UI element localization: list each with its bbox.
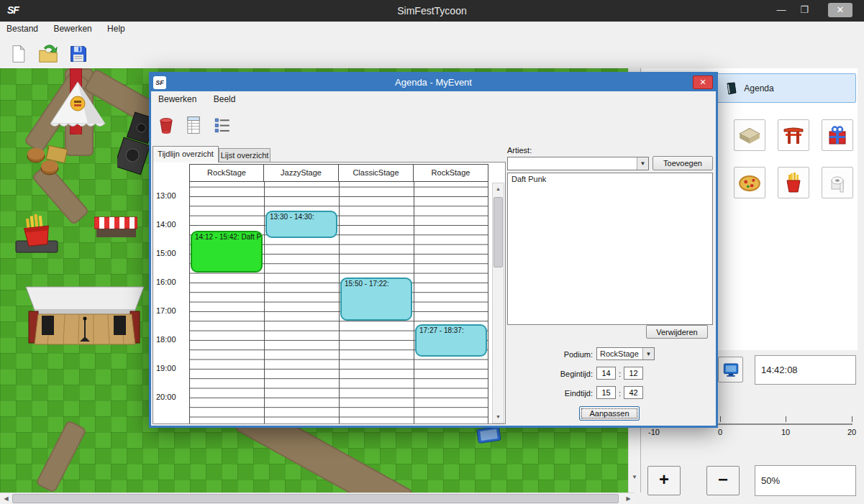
save-button[interactable] (66, 39, 91, 66)
minimize-button[interactable]: — (772, 3, 791, 17)
timeline-event[interactable]: 14:12 - 15:42: Daft Punk (191, 231, 263, 272)
list-item[interactable]: Daft Punk (508, 173, 712, 185)
timeline-scrollbar[interactable]: ▲ ▼ (492, 183, 504, 423)
timeline-view-button[interactable] (182, 111, 205, 137)
tab-lijst-overzicht[interactable]: Lijst overzicht (219, 148, 270, 162)
grid-line (189, 182, 190, 423)
tent[interactable] (47, 79, 108, 137)
end-time-label: Eindtijd: (525, 389, 593, 398)
item-pizza-button[interactable] (734, 167, 765, 198)
hour-label: 14:00 (156, 220, 176, 229)
add-artist-button[interactable]: Toevoegen (652, 156, 713, 170)
torii-gate-icon (782, 124, 805, 147)
clock-display: 14:42:08 (755, 355, 856, 385)
slider-tick (786, 416, 786, 422)
end-hour-input[interactable] (596, 386, 616, 399)
dialog-menubar: Bewerken Beeld (151, 91, 716, 108)
hour-label: 18:00 (156, 335, 176, 344)
list-view-icon (213, 114, 232, 136)
dialog-menu-bewerken[interactable]: Bewerken (151, 91, 204, 104)
scroll-right-button[interactable]: ▶ (622, 493, 635, 504)
end-minute-input[interactable] (624, 386, 643, 399)
grid-line (339, 182, 340, 423)
timeline-view-icon (184, 114, 203, 136)
dialog-titlebar[interactable]: SF Agenda - MyEvent ✕ (151, 74, 716, 91)
grid-line (414, 182, 414, 423)
column-header: JazzyStage (264, 164, 339, 182)
timeline-event[interactable]: 13:30 - 14:30: (265, 211, 337, 238)
slider-label: 10 (781, 428, 790, 436)
begin-time-label: Begintijd: (525, 370, 593, 378)
timeline-grid[interactable]: 13:30 - 14:30:14:12 - 15:42: Daft Punk15… (189, 182, 488, 423)
begin-hour-input[interactable] (596, 367, 616, 380)
list-view-button[interactable] (211, 111, 234, 137)
main-toolbar (0, 37, 640, 68)
time-colon: : (619, 389, 621, 398)
timeline-scroll-up-button[interactable]: ▲ (493, 183, 504, 195)
dialog-title: Agenda - MyEvent (151, 77, 716, 88)
window-title: SimFestTycoon (0, 5, 864, 17)
item-fries-button[interactable] (778, 167, 809, 198)
scroll-down-button[interactable]: ▼ (629, 471, 640, 483)
time-colon: : (619, 370, 621, 378)
menu-item-help[interactable]: Help (101, 22, 132, 34)
timeline-scroll-down-button[interactable]: ▼ (493, 411, 504, 423)
item-floor-tile-button[interactable] (734, 119, 765, 151)
dialog-menu-beeld[interactable]: Beeld (206, 91, 243, 104)
timeline-event[interactable]: 15:50 - 17:22: (340, 278, 412, 320)
close-button[interactable]: ✕ (828, 3, 852, 17)
grid-line (488, 182, 488, 423)
agenda-button-label: Agenda (744, 83, 773, 93)
scrollbar-corner (635, 492, 640, 504)
save-icon (68, 43, 88, 65)
delete-event-button[interactable] (155, 111, 178, 137)
striped-stand[interactable] (94, 216, 137, 242)
slider-label: 20 (847, 428, 856, 436)
artist-combobox[interactable]: ▼ (507, 157, 649, 170)
grid-line (264, 182, 265, 423)
item-torii-gate-button[interactable] (778, 119, 809, 151)
map-hscrollbar[interactable]: ◀ ▶ (0, 492, 635, 504)
scroll-left-button[interactable]: ◀ (0, 493, 12, 504)
tab-tijdlijn-overzicht[interactable]: Tijdlijn overzicht (153, 146, 219, 162)
new-file-button[interactable] (6, 39, 30, 66)
item-toilet-roll-button[interactable] (822, 167, 853, 198)
apply-button[interactable]: Aanpassen (579, 406, 640, 421)
pizza-icon (737, 170, 762, 195)
begin-minute-input[interactable] (624, 367, 643, 380)
menu-item-bestand[interactable]: Bestand (0, 22, 45, 34)
column-header: RockStage (189, 164, 264, 182)
timeline-event[interactable]: 17:27 - 18:37: (415, 324, 487, 357)
maximize-button[interactable]: ❐ (795, 3, 814, 17)
monitor-icon (722, 360, 740, 379)
menu-item-bewerken[interactable]: Bewerken (47, 22, 98, 34)
hscroll-thumb[interactable] (12, 494, 619, 503)
hour-label: 15:00 (156, 249, 176, 257)
remove-artist-button[interactable]: Verwijderen (646, 325, 708, 339)
app-window: SF SimFestTycoon — ❐ ✕ Bestand Bewerken … (0, 0, 864, 504)
barrels[interactable] (24, 145, 71, 181)
toilet-roll-icon (826, 171, 849, 194)
open-file-button[interactable] (36, 39, 60, 66)
column-header: ClassicStage (339, 164, 414, 182)
agenda-book-icon (725, 82, 738, 95)
screen-button[interactable] (718, 357, 743, 382)
dialog-close-button[interactable]: ✕ (693, 75, 713, 89)
artist-list[interactable]: Daft Punk (507, 173, 713, 325)
timeline-scroll-thumb[interactable] (494, 197, 503, 267)
zoom-out-button[interactable]: − (706, 466, 740, 495)
chevron-down-icon: ▼ (637, 157, 648, 170)
fries-stand[interactable] (14, 214, 59, 257)
timeline-hours: 13:0014:0015:0016:0017:0018:0019:0020:00 (153, 182, 189, 423)
podium-select[interactable]: RockStage ▼ (596, 347, 655, 360)
item-gift-button[interactable] (822, 119, 853, 151)
zoom-level-display: 50% (755, 465, 856, 496)
blue-gadget[interactable] (476, 426, 505, 446)
slider-label: 0 (718, 428, 722, 436)
hour-label: 19:00 (156, 364, 176, 372)
slider-label: -10 (648, 428, 660, 436)
open-folder-icon (37, 43, 59, 65)
zoom-in-button[interactable]: + (647, 466, 681, 495)
main-stage[interactable] (19, 284, 150, 352)
floor-tile-icon (737, 123, 762, 147)
